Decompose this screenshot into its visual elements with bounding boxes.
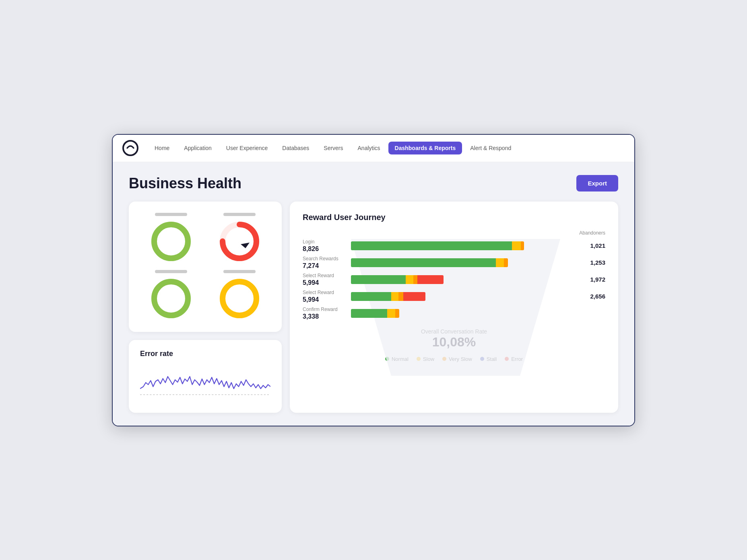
- logo: [122, 140, 138, 156]
- legend-dot-stall: [480, 357, 484, 361]
- funnel-row-select1: Select Reward 5,994 1,972: [303, 273, 605, 286]
- funnel-label-confirm: Confirm Reward 3,338: [303, 307, 351, 320]
- gauge-label-1: [155, 213, 187, 216]
- legend-dot-very-slow: [442, 357, 446, 361]
- nav-databases[interactable]: Databases: [276, 142, 316, 154]
- bar-normal: [351, 241, 512, 250]
- navbar: Home Application User Experience Databas…: [113, 135, 634, 162]
- legend-label-normal: Normal: [392, 356, 409, 362]
- funnel-row-search: Search Rewards 7,274 1,253: [303, 256, 605, 270]
- funnel-container: Login 8,826 1,021: [303, 239, 605, 320]
- page-title: Business Health: [129, 175, 241, 192]
- legend-label-error: Error: [511, 356, 523, 362]
- legend-dot-error: [505, 357, 509, 361]
- gauge-label-3: [155, 270, 187, 273]
- funnel-bar-select2-inner: [351, 292, 425, 301]
- legend: Normal Slow Very Slow Stall: [303, 356, 605, 362]
- bar-error: [403, 292, 425, 301]
- gauge-item-2: [208, 213, 270, 264]
- funnel-bar-confirm: [351, 308, 573, 319]
- svg-point-0: [123, 141, 138, 155]
- nav-home[interactable]: Home: [148, 142, 176, 154]
- funnel-abandoners-select1: 1,972: [573, 276, 605, 283]
- overall-rate-value: 10,08%: [303, 335, 605, 350]
- legend-very-slow: Very Slow: [442, 356, 472, 362]
- journey-header-step: [303, 230, 351, 236]
- bar-slow: [387, 309, 395, 318]
- gauge-item-1: [140, 213, 202, 264]
- main-grid: Error rate Reward User Journey: [129, 202, 618, 413]
- legend-stall: Stall: [480, 356, 497, 362]
- nav-analytics[interactable]: Analytics: [351, 142, 387, 154]
- funnel-abandoners-search: 1,253: [573, 259, 605, 266]
- legend-label-slow: Slow: [423, 356, 434, 362]
- nav-user-experience[interactable]: User Experience: [220, 142, 274, 154]
- bar-slow: [406, 275, 413, 284]
- error-rate-card: Error rate: [129, 340, 282, 413]
- funnel-abandoners-login: 1,021: [573, 242, 605, 249]
- gauge-item-4: [208, 270, 270, 321]
- funnel-abandoners-select2: 2,656: [573, 293, 605, 300]
- left-column: Error rate: [129, 202, 282, 413]
- funnel-label-login: Login 8,826: [303, 239, 351, 253]
- legend-label-stall: Stall: [487, 356, 497, 362]
- bar-slow: [391, 292, 398, 301]
- funnel-row-login: Login 8,826 1,021: [303, 239, 605, 253]
- funnel-bar-confirm-inner: [351, 309, 399, 318]
- funnel-bar-select2: [351, 291, 573, 302]
- overall-rate: Overall Conversation Rate 10,08%: [303, 328, 605, 350]
- bar-slow: [512, 241, 521, 250]
- bar-normal: [351, 309, 387, 318]
- overall-rate-label: Overall Conversation Rate: [303, 328, 605, 335]
- funnel-label-search: Search Rewards 7,274: [303, 256, 351, 270]
- legend-normal: Normal: [385, 356, 409, 362]
- nav-application[interactable]: Application: [177, 142, 218, 154]
- legend-slow: Slow: [417, 356, 434, 362]
- bar-normal: [351, 258, 496, 267]
- gauges-card: [129, 202, 282, 332]
- bar-veryslow: [504, 258, 508, 267]
- svg-point-2: [154, 224, 188, 258]
- bar-normal: [351, 275, 406, 284]
- sparkline: [140, 364, 270, 405]
- journey-card: Reward User Journey Abandoners: [290, 202, 618, 413]
- funnel-label-select1: Select Reward 5,994: [303, 273, 351, 286]
- bar-veryslow: [398, 292, 403, 301]
- content-area: Business Health Export: [113, 162, 634, 426]
- nav-items: Home Application User Experience Databas…: [148, 142, 518, 154]
- app-window: Home Application User Experience Databas…: [112, 134, 635, 426]
- legend-label-very-slow: Very Slow: [449, 356, 472, 362]
- gauge-item-3: [140, 270, 202, 321]
- journey-title: Reward User Journey: [303, 213, 605, 222]
- journey-header: Abandoners: [303, 230, 605, 236]
- legend-error: Error: [505, 356, 523, 362]
- funnel-bar-login: [351, 240, 573, 251]
- funnel-bar-select1-inner: [351, 275, 444, 284]
- funnel-bar-login-inner: [351, 241, 524, 250]
- gauge-ring-4: [217, 276, 262, 321]
- bar-normal: [351, 292, 391, 301]
- legend-dot-slow: [417, 357, 421, 361]
- gauge-ring-2: [217, 219, 262, 264]
- svg-point-7: [154, 282, 188, 315]
- nav-alert[interactable]: Alert & Respond: [464, 142, 518, 154]
- bar-slow: [496, 258, 504, 267]
- funnel-bar-search: [351, 257, 573, 268]
- bar-veryslow: [521, 241, 524, 250]
- nav-servers[interactable]: Servers: [317, 142, 349, 154]
- gauge-ring-1: [149, 219, 193, 264]
- nav-dashboards[interactable]: Dashboards & Reports: [388, 142, 462, 154]
- bar-veryslow: [413, 275, 417, 284]
- funnel-bar-select1: [351, 274, 573, 285]
- gauge-ring-3: [149, 276, 193, 321]
- funnel-bar-search-inner: [351, 258, 508, 267]
- export-button[interactable]: Export: [576, 175, 618, 191]
- error-rate-title: Error rate: [140, 350, 270, 358]
- journey-header-abandoners: Abandoners: [573, 230, 605, 236]
- gauge-label-4: [223, 270, 256, 273]
- svg-point-9: [223, 282, 256, 315]
- funnel-row-select2: Select Reward 5,994 2,656: [303, 290, 605, 303]
- funnel-row-confirm: Confirm Reward 3,338: [303, 307, 605, 320]
- journey-header-bar: [351, 230, 573, 236]
- gauge-label-2: [223, 213, 256, 216]
